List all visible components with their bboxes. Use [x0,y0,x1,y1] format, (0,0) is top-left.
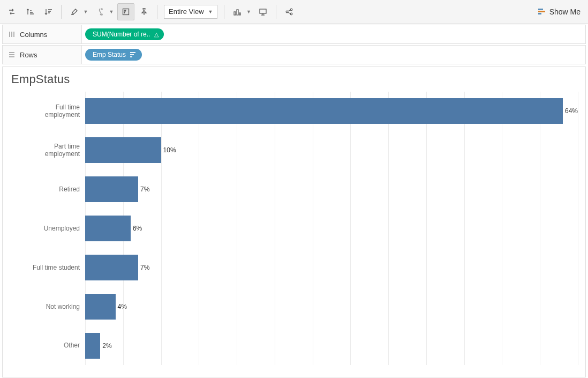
svg-rect-5 [239,13,240,15]
table-calc-icon: △ [154,31,159,38]
share-icon[interactable] [281,3,298,20]
bar[interactable] [85,98,563,124]
columns-label: Columns [20,31,47,39]
highlight-icon[interactable] [66,3,83,20]
fit-mode-select[interactable]: Entire View ▼ [164,5,217,19]
rows-shelf-drop[interactable]: Emp Status [82,46,585,64]
svg-rect-14 [130,54,134,55]
bar[interactable] [85,216,131,241]
category-label: Full time employment [10,92,85,131]
value-label: 2% [102,342,111,350]
chevron-down-icon: ▼ [208,9,213,14]
svg-rect-11 [538,9,543,10]
separator [224,5,224,19]
category-label: Full time student [10,248,85,287]
group-icon[interactable] [92,3,109,20]
category-axis: Full time employmentPart time employment… [10,92,85,365]
chart-area: Full time employmentPart time employment… [10,92,578,365]
bar[interactable] [85,333,100,359]
bar-row: 10% [85,131,578,170]
bar[interactable] [85,176,138,202]
rows-label: Rows [20,51,37,59]
visualization-panel: EmpStatus Full time employmentPart time … [2,66,586,377]
bar-row: 4% [85,287,578,326]
separator [157,5,157,19]
value-label: 6% [133,225,142,232]
chart-type-icon[interactable] [229,3,246,20]
columns-icon [8,31,16,38]
fit-mode-value: Entire View [169,8,204,16]
pin-icon[interactable] [135,3,153,20]
highlight-dropdown[interactable]: ▼ [83,9,88,14]
columns-pill[interactable]: SUM(Number of re.. △ [85,28,164,40]
pill-text: SUM(Number of re.. [93,31,150,38]
group-dropdown[interactable]: ▼ [109,9,114,14]
separator [276,5,276,19]
separator [61,5,62,19]
svg-point-1 [101,13,102,14]
columns-shelf-header: Columns [3,25,82,43]
value-label: 7% [140,264,149,271]
category-label: Retired [10,170,85,209]
sort-indicator-icon [130,52,137,57]
svg-point-7 [287,11,289,13]
bar[interactable] [85,294,116,320]
rows-shelf: Rows Emp Status [2,45,586,64]
category-label: Unemployed [10,209,85,248]
showme-icon [538,8,546,16]
svg-rect-12 [538,13,541,14]
svg-rect-3 [234,12,236,15]
sort-desc-icon[interactable] [40,3,57,20]
category-label: Other [10,326,85,365]
svg-rect-10 [538,11,545,12]
svg-point-9 [291,13,293,15]
show-me-button[interactable]: Show Me [533,5,585,18]
bars-layer: 64%10%7%6%7%4%2% [85,92,578,365]
sort-asc-icon[interactable] [21,3,39,20]
show-me-label: Show Me [549,8,581,16]
presentation-icon[interactable] [254,3,272,20]
chart-title[interactable]: EmpStatus [11,72,578,86]
rows-shelf-header: Rows [3,46,82,64]
svg-rect-13 [130,52,135,53]
toolbar: ▼ ▼ Entire View ▼ ▼ [0,0,588,24]
bar[interactable] [85,137,161,163]
value-label: 4% [118,303,127,310]
bar-row: 7% [85,170,578,209]
bar-row: 2% [85,326,578,365]
category-label: Not working [10,287,85,326]
rows-pill[interactable]: Emp Status [85,49,142,61]
bar-row: 64% [85,92,578,131]
value-label: 7% [140,186,149,193]
chart-type-dropdown[interactable]: ▼ [246,9,251,14]
category-label: Part time employment [10,131,85,170]
swap-icon[interactable] [3,3,20,20]
value-label: 10% [163,146,176,154]
columns-shelf-drop[interactable]: SUM(Number of re.. △ [82,25,585,43]
bar[interactable] [85,255,138,280]
bar-row: 7% [85,248,578,287]
svg-point-8 [291,9,293,11]
svg-rect-4 [237,10,238,15]
rows-icon [8,51,16,58]
svg-rect-2 [123,9,129,14]
value-label: 64% [565,107,578,115]
plot-area[interactable]: 64%10%7%6%7%4%2% [85,92,578,365]
label-icon[interactable] [117,3,134,20]
pill-text: Emp Status [93,51,126,58]
svg-rect-6 [260,9,266,13]
columns-shelf: Columns SUM(Number of re.. △ [2,25,586,44]
svg-point-0 [101,8,102,9]
bar-row: 6% [85,209,578,248]
svg-rect-15 [130,56,132,57]
